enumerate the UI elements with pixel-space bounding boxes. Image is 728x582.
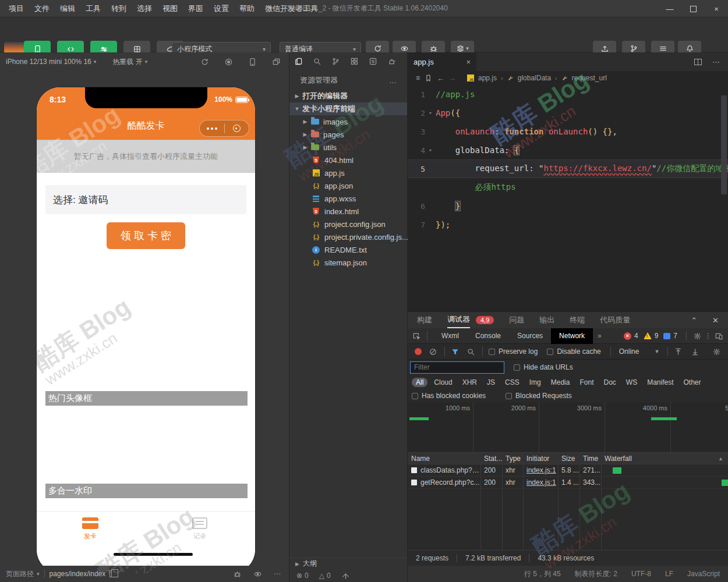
code-line[interactable]: 4▾ globalData: { (408, 141, 728, 159)
record-icon[interactable] (415, 348, 422, 355)
more-icon[interactable]: ⋯ (274, 570, 281, 578)
record-stop-icon[interactable] (224, 58, 233, 66)
type-filter-font[interactable]: Font (579, 378, 593, 386)
extensions-icon[interactable] (350, 57, 359, 66)
code-line[interactable]: 7}); (408, 215, 728, 234)
request-initiator-link[interactable]: index.js:1 (523, 478, 558, 487)
bookmark-icon[interactable] (424, 74, 433, 83)
column-header-stat[interactable]: Stat... (480, 455, 502, 463)
request-row[interactable]: getRecord.php?c...200xhr1.4 ...343...ind… (408, 477, 728, 489)
devtools-tab-network[interactable]: Network (551, 328, 593, 344)
code-line[interactable]: 1//app.js (408, 85, 728, 104)
folder-item-utils[interactable]: ▶utils (289, 141, 407, 154)
more-icon[interactable]: ⋯ (712, 58, 720, 66)
invite-code-select[interactable]: 选择: 邀请码 (45, 185, 246, 214)
breadcrumb-item[interactable]: request_url (572, 74, 607, 82)
type-filter-js[interactable]: JS (487, 378, 495, 386)
kebab-menu-icon[interactable]: ⋮ (705, 332, 712, 340)
maximize-button[interactable] (681, 0, 705, 17)
bug-icon[interactable] (233, 570, 242, 579)
clear-icon[interactable] (429, 347, 437, 356)
menu-item[interactable]: 项目 (3, 3, 29, 14)
file-item-404-html[interactable]: 5404.html (289, 154, 407, 166)
git-branch-icon[interactable] (331, 57, 340, 66)
collapse-panel-icon[interactable]: ⌃ (691, 316, 697, 325)
file-item-readme-txt[interactable]: iREADME.txt (289, 243, 407, 256)
code-line[interactable]: 3 onLaunch: function onLaunch() {}, (408, 122, 728, 141)
menu-item[interactable]: 视图 (157, 3, 183, 14)
tab-appjs[interactable]: JS app.js × (408, 52, 476, 71)
type-filter-cloud[interactable]: Cloud (434, 378, 452, 386)
search-icon[interactable] (313, 57, 321, 66)
folder-item-images[interactable]: ▶images (289, 115, 407, 128)
gear-icon[interactable] (693, 332, 702, 340)
close-miniapp-button[interactable] (225, 125, 249, 132)
error-icon[interactable]: × (624, 332, 631, 340)
encoding[interactable]: UTF-8 (631, 570, 651, 578)
minimize-button[interactable]: — (658, 0, 681, 17)
code-line[interactable]: 必须https (408, 178, 728, 197)
devtools-tab-wxml[interactable]: Wxml (433, 328, 467, 344)
column-header-size[interactable]: Size (558, 455, 579, 463)
type-filter-xhr[interactable]: XHR (462, 378, 477, 386)
device-toolbar-icon[interactable] (715, 332, 723, 340)
column-header-time[interactable]: Time (579, 455, 601, 463)
hide-data-urls-checkbox[interactable]: Hide data URLs (514, 363, 573, 371)
device-frame-icon[interactable] (248, 58, 257, 66)
more-tabs-icon[interactable]: » (593, 332, 606, 340)
network-settings-icon[interactable] (712, 347, 721, 356)
split-editor-icon[interactable] (694, 59, 702, 65)
code-line[interactable]: 6 } (408, 197, 728, 215)
type-filter-manifest[interactable]: Manifest (647, 378, 673, 386)
language-mode[interactable]: JavaScript (687, 570, 720, 578)
filter-input[interactable] (410, 361, 504, 374)
outline-section[interactable]: ▶ 大纲 (289, 558, 407, 569)
refresh-icon[interactable] (200, 58, 209, 66)
code-line[interactable]: 2▾App({ (408, 104, 728, 122)
column-header-type[interactable]: Type (502, 455, 523, 463)
menu-item[interactable]: 帮助 (234, 3, 260, 14)
file-item-app-js[interactable]: JSapp.js (289, 166, 407, 179)
filter-funnel-icon[interactable] (451, 347, 460, 356)
devtools-tab-console[interactable]: Console (467, 328, 509, 344)
request-initiator-link[interactable]: index.js:1 (523, 466, 558, 474)
type-filter-doc[interactable]: Doc (603, 378, 616, 386)
type-filter-ws[interactable]: WS (626, 378, 637, 386)
more-icon[interactable]: … (389, 76, 398, 85)
throttling-dropdown[interactable]: Online▼ (619, 347, 660, 356)
hot-reload-toggle[interactable]: 热重载 开 (112, 57, 142, 67)
file-item-app-json[interactable]: {..}app.json (289, 179, 407, 192)
search-icon[interactable] (467, 347, 475, 356)
project-root-item[interactable]: ▼发卡小程序前端 (289, 102, 407, 115)
list-icon[interactable]: ≡ (416, 74, 420, 82)
copy-icon[interactable] (109, 570, 116, 577)
disable-cache-checkbox[interactable]: Disable cache (547, 347, 600, 356)
tab-records[interactable]: 记录 (176, 517, 223, 541)
snippet-icon[interactable] (369, 57, 377, 66)
column-header-initiator[interactable]: Initiator (523, 455, 558, 463)
file-item-index-html[interactable]: 5index.html (289, 205, 407, 218)
menu-item[interactable]: 转到 (106, 3, 132, 14)
blocked-requests-checkbox[interactable]: Blocked Requests (506, 392, 572, 400)
column-header-waterfall[interactable]: Waterfall (601, 455, 728, 463)
debugger-tab-代码质量[interactable]: 代码质量 (600, 312, 630, 328)
debugger-tab-构建[interactable]: 构建 (417, 312, 432, 328)
column-header-name[interactable]: Name (408, 455, 480, 463)
export-har-icon[interactable] (691, 347, 699, 356)
menu-item[interactable]: 选择 (132, 3, 157, 14)
close-panel-icon[interactable]: ✕ (712, 316, 719, 325)
devtools-tab-sources[interactable]: Sources (509, 328, 551, 344)
tab-size[interactable]: 制表符长度: 2 (575, 569, 617, 579)
back-icon[interactable]: ← (437, 74, 444, 83)
menu-item[interactable]: 界面 (183, 3, 208, 14)
menu-item[interactable]: 文件 (29, 3, 55, 14)
debugger-tab-问题[interactable]: 问题 (509, 312, 524, 328)
type-filter-img[interactable]: Img (529, 378, 541, 386)
request-row[interactable]: classDatas.php?c...200xhr5.8 ...271...in… (408, 464, 728, 477)
inspect-icon[interactable] (412, 332, 421, 340)
breadcrumb-item[interactable]: app.js (478, 74, 497, 82)
type-filter-all[interactable]: All (412, 378, 427, 387)
debugger-tab-调试器[interactable]: 调试器 (447, 312, 470, 328)
opened-editors-section[interactable]: ▶打开的编辑器 (289, 90, 407, 102)
files-icon[interactable] (294, 57, 303, 66)
